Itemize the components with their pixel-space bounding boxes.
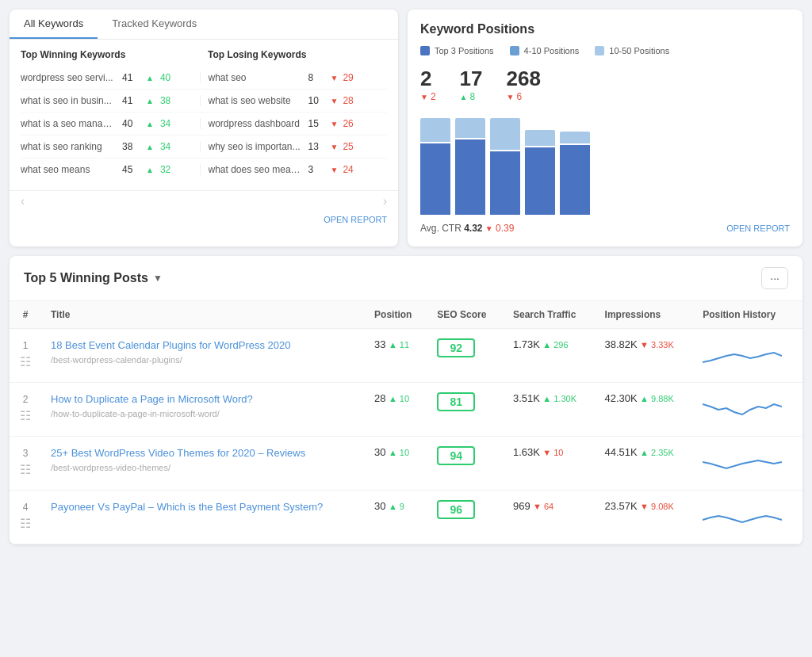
row-position-cell: 30 ▲ 9	[365, 491, 427, 544]
table-header-cell: Impressions	[596, 301, 694, 329]
seo-score-badge: 81	[437, 392, 475, 411]
tab-all-keywords[interactable]: All Keywords	[10, 10, 98, 39]
row-seo-score-cell: 94	[427, 437, 504, 491]
row-history-cell	[693, 383, 802, 437]
winning-kw-left: what is a seo manag... 40 ▲ 34	[21, 118, 200, 129]
keyword-row: what is seo in busin... 41 ▲ 38 what is …	[21, 90, 387, 113]
losing-kw-name: what seo	[209, 72, 304, 83]
bar-group	[420, 118, 450, 215]
winning-kw-left: wordpress seo servi... 41 ▲ 40	[21, 72, 200, 83]
traffic-down-icon: ▼ 10	[542, 448, 563, 457]
losing-kw-right: what is seo website 10 ▼ 28	[200, 95, 388, 106]
winning-kw-delta: 40	[160, 72, 170, 83]
losing-kw-name: wordpress dashboard	[209, 118, 304, 129]
bar-light	[490, 118, 520, 150]
post-title[interactable]: Payoneer Vs PayPal – Which is the Best P…	[51, 500, 355, 514]
losing-kw-down-icon: ▼	[331, 120, 339, 128]
keyword-rows: wordpress seo servi... 41 ▲ 40 what seo …	[21, 67, 387, 181]
position-value: 33	[374, 338, 385, 350]
impressions-value: 23.57K	[605, 500, 638, 512]
row-seo-score-cell: 92	[427, 329, 504, 383]
bar-group	[560, 132, 590, 215]
losing-header: Top Losing Keywords	[200, 49, 387, 60]
bar-group	[490, 118, 520, 215]
panel-title-row[interactable]: Top 5 Winning Posts ▼	[24, 271, 163, 285]
winning-posts-table: #TitlePositionSEO ScoreSearch TrafficImp…	[10, 301, 802, 544]
row-number: 1	[23, 340, 29, 351]
post-title[interactable]: 25+ Best WordPress Video Themes for 2020…	[51, 446, 355, 460]
losing-kw-name: what does seo mean i...	[209, 164, 304, 175]
position-stats: 2 ▼217 ▲8268 ▼6	[420, 67, 790, 102]
post-title[interactable]: 18 Best Event Calendar Plugins for WordP…	[51, 338, 355, 353]
panel-title-text: Top 5 Winning Posts	[24, 271, 148, 285]
winning-kw-name: what is seo ranking	[21, 141, 116, 152]
losing-kw-down-icon: ▼	[331, 143, 339, 151]
legend-dot-icon	[595, 46, 604, 55]
bar-dark	[525, 147, 555, 215]
winning-kw-pos: 38	[122, 141, 140, 152]
ctr-delta: 0.39	[496, 223, 514, 234]
winning-kw-delta: 34	[160, 141, 170, 152]
stat-down-icon: ▼	[507, 93, 515, 101]
row-traffic-cell: 969 ▼ 64	[504, 491, 596, 544]
winning-kw-pos: 41	[122, 95, 140, 106]
legend-item: Top 3 Positions	[420, 46, 494, 55]
position-stat: 2 ▼2	[420, 67, 436, 102]
legend-dot-icon	[420, 46, 430, 55]
panel-menu-button[interactable]: ···	[761, 267, 788, 289]
row-number-cell: 4 ☷	[10, 491, 41, 544]
pos-up-icon: ▲ 9	[389, 502, 404, 511]
scroll-left-icon[interactable]: ‹	[21, 194, 25, 208]
table-header-cell: Position History	[693, 301, 802, 329]
scroll-right-icon[interactable]: ›	[383, 194, 387, 208]
position-value: 30	[374, 446, 385, 458]
positions-panel: Keyword Positions Top 3 Positions 4-10 P…	[408, 10, 802, 246]
tab-tracked-keywords[interactable]: Tracked Keywords	[98, 10, 211, 39]
table-header-cell: Search Traffic	[504, 301, 596, 329]
keyword-row: what is a seo manag... 40 ▲ 34 wordpress…	[21, 113, 387, 136]
position-stat: 268 ▼6	[507, 67, 541, 102]
row-traffic-cell: 1.73K ▲ 296	[504, 329, 596, 383]
positions-open-report[interactable]: OPEN REPORT	[726, 223, 790, 233]
pos-up-icon: ▲ 10	[389, 448, 409, 457]
bar-light	[420, 118, 450, 142]
positions-legend: Top 3 Positions 4-10 Positions 10-50 Pos…	[420, 46, 790, 55]
winning-kw-pos: 41	[122, 72, 140, 83]
row-title-cell: 25+ Best WordPress Video Themes for 2020…	[41, 437, 365, 491]
losing-kw-right: what does seo mean i... 3 ▼ 24	[200, 164, 388, 175]
keyword-row: wordpress seo servi... 41 ▲ 40 what seo …	[21, 67, 387, 90]
losing-kw-delta: 29	[343, 72, 353, 83]
winning-kw-up-icon: ▲	[146, 166, 154, 174]
table-header-cell: Title	[41, 301, 365, 329]
position-history-chart	[703, 446, 782, 478]
winning-kw-left: what seo means 45 ▲ 32	[21, 164, 200, 175]
row-position-cell: 28 ▲ 10	[365, 383, 427, 437]
table-header-cell: SEO Score	[427, 301, 504, 329]
position-value: 30	[374, 500, 385, 512]
imp-down-icon: ▼ 3.33K	[640, 340, 674, 350]
losing-kw-pos: 13	[308, 141, 326, 152]
bar-dark	[560, 145, 590, 215]
row-impressions-cell: 38.82K ▼ 3.33K	[596, 329, 694, 383]
ctr-down-icon: ▼	[485, 224, 493, 233]
positions-title: Keyword Positions	[420, 22, 790, 36]
winning-kw-name: what is a seo manag...	[21, 118, 116, 129]
losing-kw-name: why seo is importan...	[209, 141, 304, 152]
post-url: /how-to-duplicate-a-page-in-microsoft-wo…	[51, 409, 355, 418]
row-number-cell: 1 ☷	[10, 329, 41, 383]
stat-delta-row: ▲8	[460, 91, 483, 102]
stat-value: 2	[420, 67, 436, 91]
traffic-down-icon: ▼ 64	[533, 502, 553, 511]
stat-delta-row: ▼2	[420, 91, 436, 102]
post-title[interactable]: How to Duplicate a Page in Microsoft Wor…	[51, 392, 355, 407]
keywords-open-report[interactable]: OPEN REPORT	[10, 212, 398, 231]
bar-light	[525, 130, 555, 146]
post-type-icon: ☷	[20, 462, 31, 477]
row-history-cell	[693, 491, 802, 544]
stat-delta: 2	[431, 91, 436, 102]
seo-score-badge: 92	[437, 338, 475, 357]
winning-kw-name: what is seo in busin...	[21, 95, 116, 106]
winning-kw-delta: 38	[160, 95, 170, 106]
table-header-cell: #	[10, 301, 41, 329]
impressions-value: 42.30K	[605, 392, 638, 404]
